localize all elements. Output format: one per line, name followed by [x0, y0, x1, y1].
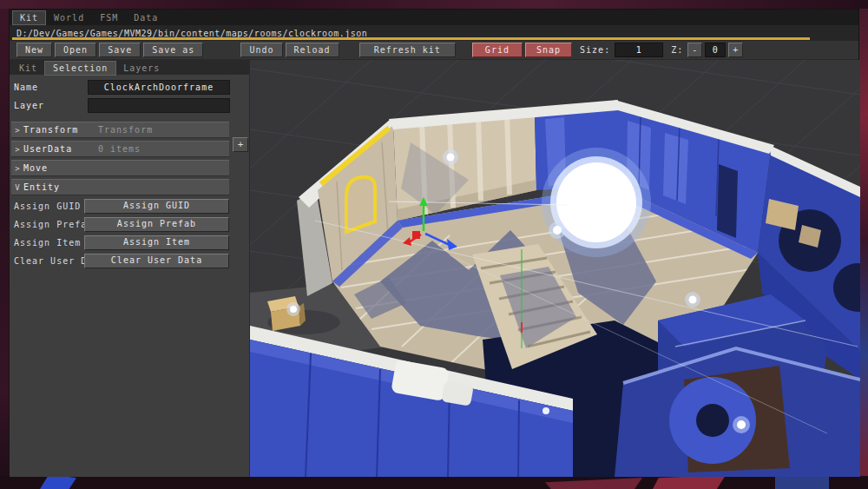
new-button[interactable]: New	[16, 43, 52, 57]
assign-item-button[interactable]: Assign Item	[84, 235, 229, 250]
tab-kit[interactable]: Kit	[11, 62, 45, 75]
layer-input[interactable]	[88, 98, 230, 113]
menu-kit[interactable]: Kit	[13, 11, 45, 24]
size-label: Size:	[580, 45, 610, 55]
userdata-add-button[interactable]: +	[233, 137, 248, 152]
right-wall-doorway	[717, 164, 738, 238]
menu-world[interactable]: World	[47, 11, 91, 24]
entity-row: Clear User Da Clear User Data	[10, 253, 249, 268]
grid-toggle[interactable]: Grid	[472, 43, 523, 57]
clock-face[interactable]	[542, 148, 651, 257]
editor-window: Kit World FSM Data D:/Dev/Games/Games/MV…	[9, 9, 859, 476]
file-path: D:/Dev/Games/Games/MVM29/bin/content/map…	[16, 29, 367, 38]
section-move[interactable]: > Move	[11, 160, 229, 176]
assign-prefab-button[interactable]: Assign Prefab	[84, 217, 229, 232]
save-button[interactable]: Save	[99, 43, 141, 57]
z-value[interactable]: 0	[705, 43, 726, 57]
z-minus-button[interactable]: -	[687, 43, 702, 57]
layer-label: Layer	[10, 101, 88, 110]
assign-guid-button[interactable]: Assign GUID	[84, 199, 229, 214]
entity-row: Assign Prefab Assign Prefab	[10, 216, 249, 232]
z-label: Z:	[671, 45, 683, 55]
entity-row: Assign Item Assign Item	[10, 235, 249, 250]
chevron-down-icon: V	[11, 183, 23, 192]
chevron-right-icon: >	[11, 126, 23, 135]
desktop-shape-blue-right	[775, 475, 829, 489]
path-bar: D:/Dev/Games/Games/MVM29/bin/content/map…	[10, 25, 858, 41]
size-value[interactable]: 1	[615, 43, 663, 57]
menu-fsm[interactable]: FSM	[93, 11, 125, 24]
entity-row: Assign GUID Assign GUID	[10, 198, 249, 214]
menu-data[interactable]: Data	[127, 11, 165, 24]
desktop-edge-left	[0, 9, 9, 489]
left-panel: Kit Selection Layers Name Layer > Transf…	[10, 60, 250, 477]
desktop-edge-bottom	[0, 476, 868, 489]
progress-bar	[12, 37, 810, 40]
desktop-edge-right	[859, 9, 868, 489]
section-transform[interactable]: > Transform Transform	[11, 122, 229, 138]
save-as-button[interactable]: Save as	[143, 43, 203, 57]
desktop-edge-top	[0, 0, 868, 9]
snap-toggle[interactable]: Snap	[525, 43, 572, 57]
section-userdata[interactable]: > UserData 0 items	[11, 141, 229, 157]
open-button[interactable]: Open	[55, 43, 96, 57]
refresh-kit-button[interactable]: Refresh kit	[359, 43, 456, 57]
name-label: Name	[10, 83, 88, 92]
panel-tab-bar: Kit Selection Layers	[10, 60, 249, 75]
tab-layers[interactable]: Layers	[115, 62, 168, 75]
viewport-3d[interactable]	[250, 60, 860, 477]
clear-user-data-button[interactable]: Clear User Data	[84, 254, 229, 268]
section-entity[interactable]: V Entity	[11, 179, 229, 195]
name-input[interactable]	[88, 80, 230, 95]
screen: { "menu_bar": { "items": [ {"label": "Ki…	[0, 0, 868, 489]
selection-fields: Name Layer	[10, 75, 249, 122]
tab-selection[interactable]: Selection	[45, 62, 115, 75]
undo-button[interactable]: Undo	[240, 43, 282, 57]
reload-button[interactable]: Reload	[286, 43, 339, 57]
z-plus-button[interactable]: +	[728, 43, 743, 57]
chevron-right-icon: >	[11, 164, 23, 173]
toolbar: New Open Save Save as Undo Reload Refres…	[10, 41, 858, 60]
menu-bar: Kit World FSM Data	[10, 10, 858, 25]
chevron-right-icon: >	[11, 145, 23, 154]
